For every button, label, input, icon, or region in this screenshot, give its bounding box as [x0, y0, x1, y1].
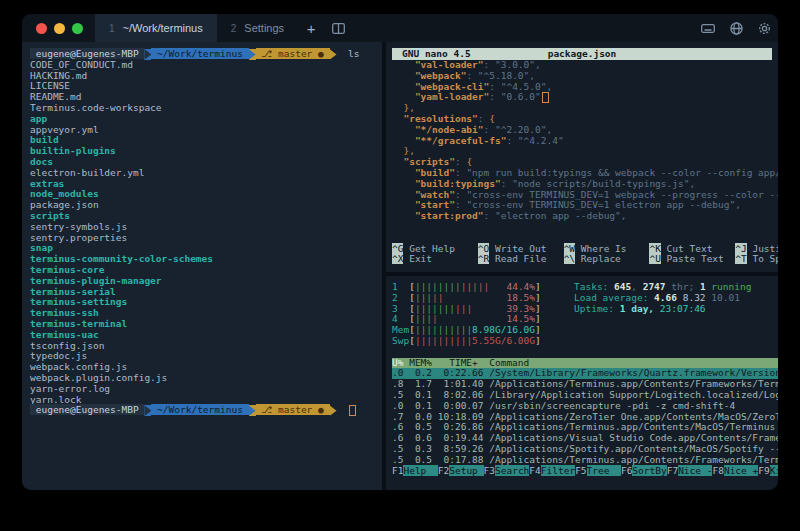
- tab-label: Settings: [244, 22, 284, 34]
- line: yarn-error.log: [30, 384, 382, 395]
- line: LICENSE: [30, 81, 382, 92]
- shell-output: eugene@Eugenes-MBP ~/Work/terminus ⎇ mas…: [30, 49, 382, 416]
- tab-index: 1: [109, 23, 115, 34]
- line: eugene@Eugenes-MBP ~/Work/terminus ⎇ mas…: [30, 405, 382, 416]
- line: "start:prod": "electron app --debug",: [392, 211, 778, 222]
- line: Uptime: 1 day, 23:07:46: [574, 304, 751, 315]
- nano-pane[interactable]: GNU nano 4.5 package.json "val-loader": …: [386, 42, 778, 272]
- desktop: 1 ~/Work/terminus 2 Settings +: [0, 0, 800, 531]
- terminal-window: 1 ~/Work/terminus 2 Settings +: [22, 14, 778, 490]
- maximize-button[interactable]: [72, 23, 83, 34]
- shell-pane[interactable]: eugene@Eugenes-MBP ~/Work/terminus ⎇ mas…: [22, 42, 382, 490]
- nano-buffer: "val-loader": "3.0.0", "webpack": "^5.18…: [392, 60, 778, 233]
- titlebar: 1 ~/Work/terminus 2 Settings +: [22, 14, 778, 42]
- htop-pane[interactable]: 1 [||||||||||||| 44.4%]2 [||||| 18.5%]3 …: [386, 276, 778, 490]
- line: F1Help F2Setup F3SearchF4FilterF5Tree F6…: [392, 466, 778, 477]
- gear-icon[interactable]: [750, 14, 778, 42]
- line: Swp[||||||||||5.55G/6.00G]: [392, 336, 778, 347]
- right-split: GNU nano 4.5 package.json "val-loader": …: [386, 42, 778, 490]
- nano-filename: package.json: [392, 48, 772, 60]
- tab-label: ~/Work/terminus: [123, 22, 203, 34]
- split-pane-icon[interactable]: [324, 14, 352, 42]
- line: electron-builder.yml: [30, 168, 382, 179]
- line: ^X Exit ^R Read File ^\ Replace ^U Paste…: [392, 254, 778, 265]
- nano-titlebar: GNU nano 4.5 package.json: [392, 48, 772, 60]
- minimize-button[interactable]: [54, 23, 65, 34]
- line: "yaml-loader": "0.6.0": [392, 92, 778, 103]
- line: sentry.properties: [30, 233, 382, 244]
- htop-info: Tasks: 645, 2747 thr; 1 runningLoad aver…: [574, 282, 751, 314]
- htop-process-table: U% MEM% TIME+ Command.0 0.2 0:22.66 /Sys…: [392, 347, 778, 466]
- htop-fkey-bar[interactable]: F1Help F2Setup F3SearchF4FilterF5Tree F6…: [392, 466, 778, 477]
- line: [392, 222, 778, 233]
- traffic-lights: [22, 14, 95, 42]
- tab-index: 2: [231, 23, 237, 34]
- line: package.json: [30, 200, 382, 211]
- new-tab-button[interactable]: +: [298, 14, 324, 42]
- keyboard-icon[interactable]: [694, 14, 722, 42]
- line: appveyor.yml: [30, 125, 382, 136]
- line: "**/graceful-fs": "^4.2.4": [392, 136, 778, 147]
- tab-settings[interactable]: 2 Settings: [217, 14, 298, 42]
- line: HACKING.md: [30, 71, 382, 82]
- line: builtin-plugins: [30, 146, 382, 157]
- close-button[interactable]: [36, 23, 47, 34]
- nano-shortcut-bar: ^G Get Help ^O Write Out ^W Where Is ^K …: [392, 244, 778, 266]
- globe-icon[interactable]: [722, 14, 750, 42]
- line: Terminus.code-workspace: [30, 103, 382, 114]
- tab-content: eugene@Eugenes-MBP ~/Work/terminus ⎇ mas…: [22, 42, 778, 490]
- tab-work-terminus[interactable]: 1 ~/Work/terminus: [95, 14, 217, 42]
- htop-summary: 1 [||||||||||||| 44.4%]2 [||||| 18.5%]3 …: [392, 282, 778, 347]
